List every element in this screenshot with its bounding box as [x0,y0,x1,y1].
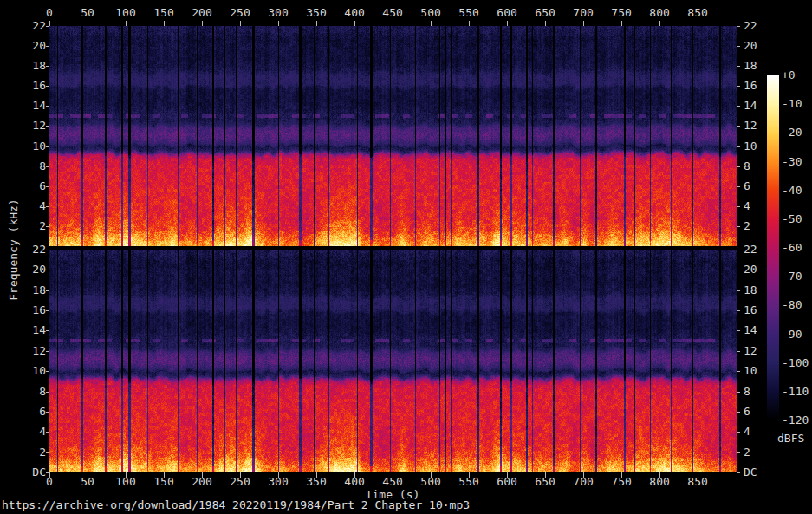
freq-tick-mark-right [737,351,740,352]
time-tick-label: 250 [230,7,250,19]
colorbar-tick-label: -30 [782,156,802,168]
freq-tick-mark-left [46,146,49,147]
time-tick-label: 600 [497,7,516,19]
time-tick-label: 300 [268,476,288,488]
freq-tick-label-left: 8 [20,386,46,398]
freq-tick-mark-left [46,106,49,107]
colorbar-tick-label: -100 [782,357,809,369]
freq-tick-mark-right [737,126,740,127]
freq-tick-label-right: 22 [744,20,757,32]
freq-tick-mark-right [737,106,740,107]
freq-tick-label-left: 6 [20,406,46,418]
time-tick-label: 750 [611,476,631,488]
freq-tick-label-right: 14 [744,100,757,112]
freq-tick-mark-right [737,330,740,331]
freq-tick-label-right: 4 [744,426,750,438]
freq-tick-label-left: 4 [20,426,46,438]
freq-tick-mark-right [737,46,740,47]
freq-tick-label-left: 2 [20,220,46,232]
freq-tick-label-left: 10 [20,365,46,377]
colorbar-tick-label: +0 [782,69,796,81]
freq-tick-label-left: 16 [20,80,46,92]
colorbar-tick-label: -40 [782,185,802,197]
freq-tick-mark-left [46,452,49,453]
time-tick-label: 450 [382,7,402,19]
time-tick-label: 350 [306,7,326,19]
time-tick-label: 50 [81,476,94,488]
freq-tick-mark-right [737,392,740,393]
freq-tick-mark-right [737,412,740,413]
time-tick-label: 750 [611,7,631,19]
freq-tick-mark-right [737,432,740,433]
colorbar-tick-label: -70 [782,270,802,283]
freq-tick-mark-right [737,310,740,311]
freq-tick-label-right: 22 [744,244,757,256]
freq-tick-mark-left [46,66,49,67]
frequency-axis-title: Frequency (kHz) [7,198,20,300]
freq-tick-mark-right [737,146,740,147]
freq-tick-label-right: 18 [744,60,757,72]
freq-tick-label-left: 22 [20,20,46,32]
freq-tick-mark-left [46,330,49,331]
freq-tick-mark-right [737,226,740,227]
freq-tick-mark-left [46,126,49,127]
freq-tick-mark-right [737,371,740,372]
colorbar-tick-label: -10 [782,98,802,110]
freq-tick-label-right: 10 [744,140,757,153]
freq-tick-mark-left [46,351,49,352]
freq-tick-mark-right [737,86,740,87]
freq-tick-label-left: 18 [20,284,46,296]
spectrogram-channel-2 [49,250,737,472]
time-tick-label: 400 [344,7,364,19]
freq-tick-mark-left [46,290,49,291]
time-tick-label: 0 [46,476,53,488]
freq-tick-label-left: 18 [20,60,46,72]
time-tick-label: 800 [649,476,669,488]
time-tick-label: 700 [573,7,593,19]
freq-tick-mark-right [737,166,740,167]
time-tick-label: 550 [458,7,478,19]
time-tick-label: 250 [230,476,250,488]
freq-tick-label-left-dc: DC [20,466,46,478]
time-tick-label: 850 [687,476,707,488]
time-tick-label: 800 [649,7,669,19]
freq-tick-label-right: 2 [744,446,750,459]
freq-tick-mark-right [737,290,740,291]
freq-tick-label-right: 4 [744,200,750,212]
freq-tick-mark-right [737,26,740,27]
time-tick-label: 350 [306,476,326,488]
colorbar-tick-label: -50 [782,213,802,225]
freq-tick-mark-right [737,206,740,207]
freq-tick-mark-right [737,472,740,473]
time-tick-label: 200 [192,476,211,488]
freq-tick-label-right: 16 [744,80,757,92]
freq-tick-label-left: 22 [20,244,46,256]
freq-tick-mark-left [46,206,49,207]
freq-tick-mark-right [737,250,740,250]
freq-tick-label-left: 12 [20,120,46,132]
colorbar-tick-label: -80 [782,299,802,311]
freq-tick-mark-left [46,46,49,47]
time-tick-label: 150 [153,7,173,19]
time-tick-label: 300 [268,7,288,19]
freq-tick-label-left: 4 [20,200,46,212]
time-tick-label: 50 [81,7,94,19]
freq-tick-label-right: 12 [744,345,757,357]
freq-tick-label-left: 16 [20,304,46,316]
freq-tick-mark-left [46,432,49,433]
time-tick-label: 450 [382,476,402,488]
colorbar-unit-label: dBFS [777,432,804,445]
dbfs-colorbar [767,75,779,420]
source-url-text: https://archive·org/download/1984_202201… [2,498,470,511]
time-tick-label: 850 [687,7,707,19]
time-tick-label: 150 [153,476,173,488]
freq-tick-mark-left [46,270,49,270]
time-tick-label: 500 [420,476,440,488]
spectrogram-channel-1 [49,26,737,246]
freq-tick-mark-left [46,392,49,393]
time-tick-label: 700 [573,476,593,488]
freq-tick-mark-left [46,412,49,413]
time-tick-label: 650 [535,7,555,19]
freq-tick-label-left: 10 [20,140,46,153]
time-tick-label: 0 [46,7,53,19]
